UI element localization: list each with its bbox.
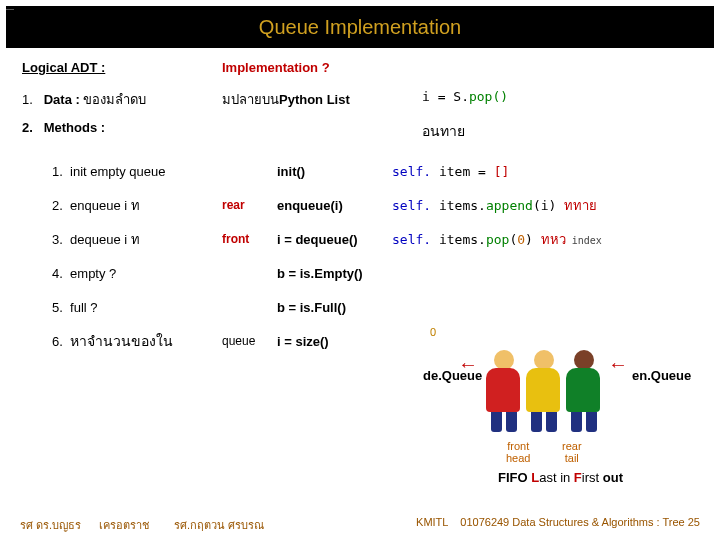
- fifo-label: FIFO Last in First out: [498, 470, 623, 485]
- arrow-right-icon: ←: [608, 353, 628, 376]
- tail-text: tail: [565, 452, 579, 464]
- row-call: i = size(): [277, 334, 392, 349]
- row-code: self. items.pop(0) ทหว index: [392, 229, 602, 250]
- row-code: self. item = []: [392, 164, 509, 179]
- row-text: dequeue i ท: [70, 232, 140, 247]
- kw-self: self.: [392, 198, 439, 213]
- row-code: self. items.append(i) ททาย: [392, 195, 597, 216]
- row-pre: queue: [222, 334, 277, 348]
- row-mid: rear: [222, 198, 277, 212]
- data-num: 1.: [22, 92, 33, 107]
- author1: รศ ดร.บญธร: [20, 519, 81, 531]
- fifo-m2: irst: [582, 470, 603, 485]
- person-2-icon: [526, 350, 562, 434]
- row-call: b = is.Empty(): [277, 266, 392, 281]
- rear-tail-label: rear tail: [562, 440, 582, 464]
- methods-row: 2. Methods : อนทาย: [22, 120, 698, 142]
- tail-th: ทหว: [533, 232, 566, 247]
- row-label: 6. หาจำนวนของใน: [52, 330, 222, 352]
- data-thai: ของมลำดบ: [83, 92, 146, 107]
- fifo-m1: ast in: [539, 470, 574, 485]
- row-label: 5. full ?: [52, 300, 222, 315]
- logical-adt-label: Logical ADT :: [22, 60, 222, 75]
- row-label: 2. enqueue i ท: [52, 195, 222, 216]
- mid-thai: มปลายบน: [222, 92, 279, 107]
- table-row: 2. enqueue i ท rear enqueue(i) self. ite…: [52, 188, 698, 222]
- footer-right: KMITL 01076249 Data Structures & Algorit…: [416, 516, 700, 534]
- fn: append: [486, 198, 533, 213]
- page-marker: —: [6, 4, 14, 13]
- fn: pop: [486, 232, 509, 247]
- row-call: i = dequeue(): [277, 232, 392, 247]
- row-num: 4.: [52, 266, 63, 281]
- thai-word: อนทาย: [422, 120, 465, 142]
- python-list-label: Python List: [279, 92, 350, 107]
- attr: items.: [439, 198, 486, 213]
- implementation-label: Implementation ?: [222, 60, 330, 75]
- argnum: 0: [517, 232, 525, 247]
- args2: ): [525, 232, 533, 247]
- methods-num: 2.: [22, 120, 33, 135]
- op: =: [470, 164, 493, 179]
- row-num: 1.: [52, 164, 63, 179]
- front-text: front: [507, 440, 529, 452]
- data-row: 1. Data : ของมลำดบ มปลายบนPython List i …: [22, 89, 698, 110]
- row-num: 5.: [52, 300, 63, 315]
- arrow-left-icon: ←: [458, 353, 478, 376]
- methods-text: Methods :: [44, 120, 105, 135]
- row-num: 6.: [52, 334, 63, 349]
- heading-row: Logical ADT : Implementation ?: [22, 60, 698, 75]
- slide-header: Queue Implementation: [0, 0, 720, 48]
- fifo-f: F: [574, 470, 582, 485]
- row-call: init(): [277, 164, 392, 179]
- row-label: 1. init empty queue: [52, 164, 222, 179]
- slide-footer: รศ ดร.บญธร เครอตราช รศ.กฤตวน ศรบรณ KMITL…: [0, 516, 720, 534]
- front-head-label: front head: [506, 440, 530, 464]
- row-mid: front: [222, 232, 277, 246]
- course-info: 01076249 Data Structures & Algorithms : …: [460, 516, 700, 528]
- author1b: เครอตราช: [99, 519, 149, 531]
- pop-code: i = S.pop(): [422, 89, 508, 110]
- row-text: init empty queue: [70, 164, 165, 179]
- row-call: enqueue(i): [277, 198, 392, 213]
- row-num: 3.: [52, 232, 63, 247]
- enqueue-label: en.Queue: [632, 368, 691, 383]
- person-3-icon: [566, 350, 602, 434]
- row-text: empty ?: [70, 266, 116, 281]
- table-row: 3. dequeue i ท front i = dequeue() self.…: [52, 222, 698, 256]
- kw-self: self.: [392, 164, 439, 179]
- kmitl: KMITL: [416, 516, 448, 528]
- data-label: Data :: [44, 92, 80, 107]
- attr: item: [439, 164, 470, 179]
- methods-table: 1. init empty queue init() self. item = …: [52, 154, 698, 358]
- head-text: head: [506, 452, 530, 464]
- methods-label: 2. Methods :: [22, 120, 422, 142]
- attr: items.: [439, 232, 486, 247]
- fifo-out: out: [603, 470, 623, 485]
- row-text: full ?: [70, 300, 97, 315]
- literal: []: [494, 164, 510, 179]
- row-label: 4. empty ?: [52, 266, 222, 281]
- code-call: pop(): [469, 89, 508, 104]
- row-num: 2.: [52, 198, 63, 213]
- fifo-l: L: [531, 470, 539, 485]
- slide-content: Logical ADT : Implementation ? 1. Data :…: [0, 48, 720, 508]
- rear-text: rear: [562, 440, 582, 452]
- footer-left: รศ ดร.บญธร เครอตราช รศ.กฤตวน ศรบรณ: [20, 516, 264, 534]
- args: (i): [533, 198, 556, 213]
- tail-note: index: [566, 235, 602, 246]
- code-obj: S.: [453, 89, 469, 104]
- table-row: 1. init empty queue init() self. item = …: [52, 154, 698, 188]
- people-diagram: [480, 350, 610, 438]
- person-1-icon: [486, 350, 522, 434]
- tail-th: ททาย: [556, 198, 597, 213]
- fifo-pre: FIFO: [498, 470, 531, 485]
- table-row: 5. full ? b = is.Full(): [52, 290, 698, 324]
- row-label: 3. dequeue i ท: [52, 229, 222, 250]
- author2: รศ.กฤตวน ศรบรณ: [174, 519, 264, 531]
- kw-self: self.: [392, 232, 439, 247]
- row-call: b = is.Full(): [277, 300, 392, 315]
- zero-label: 0: [430, 326, 436, 338]
- row-text: enqueue i ท: [70, 198, 140, 213]
- table-row: 4. empty ? b = is.Empty(): [52, 256, 698, 290]
